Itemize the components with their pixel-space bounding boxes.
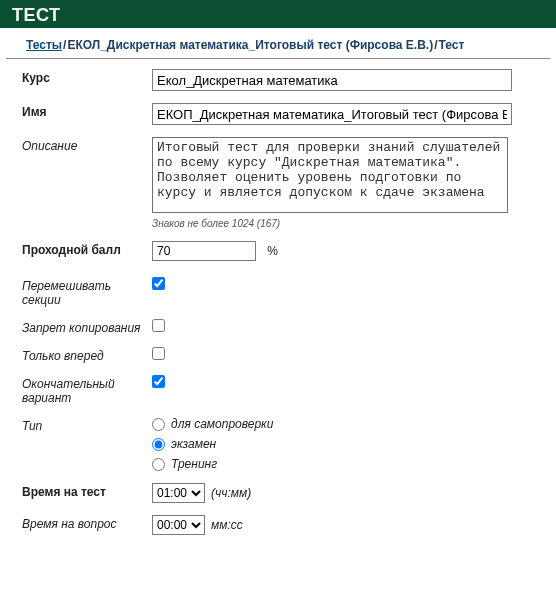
label-forward-only: Только вперед (22, 347, 152, 363)
label-description: Описание (22, 137, 152, 153)
label-final-variant: Окончательный вариант (22, 375, 152, 405)
question-time-suffix: мм:сс (211, 518, 243, 532)
breadcrumb: Тесты/ЕКОЛ_Дискретная математика_Итоговы… (6, 28, 550, 59)
label-name: Имя (22, 103, 152, 119)
breadcrumb-root-link[interactable]: Тесты (26, 38, 62, 52)
label-type: Тип (22, 417, 152, 433)
test-time-suffix: (чч:мм) (211, 486, 251, 500)
pass-score-input[interactable] (152, 241, 256, 261)
forward-only-checkbox[interactable] (152, 347, 165, 360)
pass-score-suffix: % (267, 244, 278, 258)
type-radio-exam-label: экзамен (171, 437, 216, 451)
label-no-copy: Запрет копирования (22, 319, 152, 335)
page-title: Тест (12, 5, 61, 28)
name-input[interactable] (152, 103, 512, 125)
breadcrumb-item-2: Тест (439, 38, 465, 52)
question-time-select[interactable]: 00:00 (152, 515, 205, 535)
type-radio-training[interactable] (152, 458, 165, 471)
label-question-time: Время на вопрос (22, 515, 152, 531)
type-radio-training-label: Тренинг (171, 457, 217, 471)
test-form: Курс Имя Описание Итоговый тест для пров… (0, 63, 556, 535)
test-time-select[interactable]: 01:00 (152, 483, 205, 503)
shuffle-sections-checkbox[interactable] (152, 277, 165, 290)
label-pass-score: Проходной балл (22, 241, 152, 257)
label-test-time: Время на тест (22, 483, 152, 499)
label-shuffle: Перемешивать секции (22, 277, 152, 307)
course-input[interactable] (152, 69, 512, 91)
no-copy-checkbox[interactable] (152, 319, 165, 332)
type-radio-exam[interactable] (152, 438, 165, 451)
titlebar: Тест (0, 0, 556, 28)
description-textarea[interactable]: Итоговый тест для проверки знаний слушат… (152, 137, 508, 213)
breadcrumb-item-1: ЕКОЛ_Дискретная математика_Итоговый тест… (67, 38, 433, 52)
type-radio-self-label: для самопроверки (171, 417, 273, 431)
label-course: Курс (22, 69, 152, 85)
description-hint: Знаков не более 1024 (167) (152, 218, 546, 229)
type-radio-self[interactable] (152, 418, 165, 431)
final-variant-checkbox[interactable] (152, 375, 165, 388)
